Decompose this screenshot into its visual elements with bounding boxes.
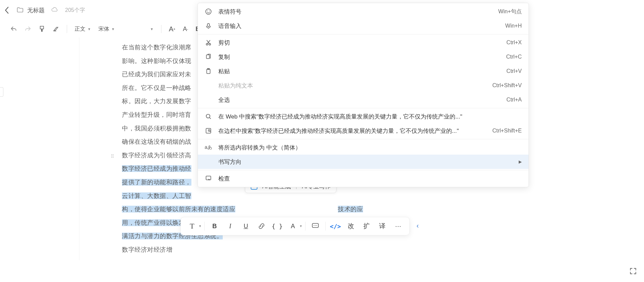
cut-icon xyxy=(205,39,212,46)
font-family-label: 宋体 xyxy=(98,26,109,33)
menu-label: 复制 xyxy=(218,53,500,61)
menu-shortcut: Ctrl+X xyxy=(506,40,522,46)
svg-rect-12 xyxy=(207,69,210,74)
menu-divider xyxy=(198,108,529,108)
emoji-icon xyxy=(205,8,212,15)
ai-expand-button[interactable]: 扩 xyxy=(360,219,374,233)
paragraph-style-select[interactable]: 正文 ▼ xyxy=(75,26,91,33)
menu-shortcut: Ctrl+A xyxy=(506,97,522,103)
body-text: 确保在这场没有硝烟的战 xyxy=(122,138,191,145)
increase-font-button[interactable]: A+ xyxy=(169,25,175,33)
back-button[interactable] xyxy=(3,7,10,14)
menu-label: 剪切 xyxy=(218,39,500,47)
fullscreen-icon[interactable] xyxy=(628,266,638,276)
menu-label: 表情符号 xyxy=(218,8,492,16)
menu-sidebar-search[interactable]: 在边栏中搜索"数字经济已经成为推动经济实现高质量发展的关键力量，它不仅为传统产业… xyxy=(198,124,529,138)
svg-point-4 xyxy=(207,11,208,11)
redo-button[interactable] xyxy=(25,26,31,32)
font-color-button[interactable]: A xyxy=(286,219,300,233)
selected-text: 构，使得企业能够以前所未有的速度适应 xyxy=(122,206,235,213)
menu-label: 检查 xyxy=(218,175,522,183)
menu-paste-plain: 粘贴为纯文本 Ctrl+Shift+V xyxy=(198,78,529,93)
menu-paste[interactable]: 粘贴 Ctrl+V xyxy=(198,64,529,78)
selected-text: 数字经济已经成为推动经 xyxy=(122,165,191,172)
menu-inspect[interactable]: 检查 xyxy=(198,171,529,186)
format-painter-button[interactable] xyxy=(39,26,45,32)
menu-shortcut: Win+H xyxy=(505,23,522,29)
bold-button[interactable]: B xyxy=(207,219,222,233)
chevron-down-icon: ▼ xyxy=(150,27,154,31)
context-menu: 表情符号 Win+句点 语音输入 Win+H 剪切 Ctrl+X 复制 Ctrl… xyxy=(198,3,529,187)
svg-rect-1 xyxy=(41,29,43,32)
selected-text: 云计算、大数据、人工智 xyxy=(122,192,191,199)
code-button[interactable]: </> xyxy=(328,219,343,233)
svg-point-23 xyxy=(316,225,317,226)
body-text: 标。因此，大力发展数字 xyxy=(122,98,191,105)
selected-text: 技术的应 xyxy=(338,206,363,213)
paste-icon xyxy=(205,68,212,75)
more-button[interactable]: ⋯ xyxy=(391,219,405,233)
svg-point-5 xyxy=(209,11,210,11)
svg-rect-0 xyxy=(40,26,44,29)
menu-voice-input[interactable]: 语音输入 Win+H xyxy=(198,19,529,33)
divider xyxy=(161,25,161,33)
text-style-button[interactable]: T xyxy=(185,219,199,233)
menu-shortcut: Ctrl+C xyxy=(506,54,522,60)
microphone-icon xyxy=(205,22,212,29)
link-button[interactable] xyxy=(254,219,269,233)
body-text: 在当前这个数字化浪潮席 xyxy=(122,44,191,51)
svg-point-14 xyxy=(206,114,210,118)
menu-shortcut: Ctrl+Shift+V xyxy=(492,82,522,89)
side-panel-toggle[interactable] xyxy=(0,87,3,97)
menu-shortcut: Ctrl+Shift+E xyxy=(492,128,522,134)
svg-point-17 xyxy=(208,130,210,131)
menu-label: 将所选内容转换为 中文（简体） xyxy=(218,144,522,152)
sidebar-search-icon xyxy=(205,127,212,134)
divider xyxy=(67,25,67,33)
svg-line-18 xyxy=(210,131,210,132)
undo-button[interactable] xyxy=(10,26,17,32)
underline-button[interactable]: U xyxy=(239,219,253,233)
menu-label: 在 Web 中搜索"数字经济已经成为推动经济实现高质量发展的关键力量，它不仅为传… xyxy=(218,113,522,121)
word-count: 205个字 xyxy=(65,7,85,14)
drag-handle-icon[interactable]: ⠿ xyxy=(111,154,114,159)
chevron-down-icon: ▼ xyxy=(111,27,115,31)
menu-writing-direction[interactable]: 书写方向 ▶ xyxy=(198,155,529,169)
body-text: 产业转型升级，同时培育 xyxy=(122,111,191,118)
ai-rewrite-button[interactable]: 改 xyxy=(344,219,358,233)
document-title-group[interactable]: 无标题 xyxy=(16,6,45,14)
menu-divider xyxy=(198,139,529,139)
menu-select-all[interactable]: 全选 Ctrl+A xyxy=(198,93,529,107)
body-text: 所在。它不仅是一种战略 xyxy=(122,84,191,91)
comment-button[interactable] xyxy=(308,219,323,233)
menu-label: 粘贴为纯文本 xyxy=(218,82,486,90)
sync-icon[interactable] xyxy=(51,6,59,14)
font-size-select[interactable]: ▼ xyxy=(150,27,154,31)
menu-label: 语音输入 xyxy=(218,22,499,30)
menu-translate[interactable]: aあ 将所选内容转换为 中文（简体） xyxy=(198,140,529,155)
italic-button[interactable]: I xyxy=(223,219,237,233)
paragraph-style-label: 正文 xyxy=(75,26,85,33)
ai-translate-button[interactable]: 译 xyxy=(375,219,390,233)
copy-icon xyxy=(205,53,212,60)
menu-divider xyxy=(198,34,529,34)
menu-web-search[interactable]: 在 Web 中搜索"数字经济已经成为推动经济实现高质量发展的关键力量，它不仅为传… xyxy=(198,109,529,124)
menu-label: 在边栏中搜索"数字经济已经成为推动经济实现高质量发展的关键力量，它不仅为传统产业… xyxy=(218,127,486,135)
menu-emoji[interactable]: 表情符号 Win+句点 xyxy=(198,4,529,19)
chevron-right-icon: ▶ xyxy=(519,159,522,164)
menu-cut[interactable]: 剪切 Ctrl+X xyxy=(198,35,529,50)
divider xyxy=(325,222,326,231)
collapse-toolbar-button[interactable]: ‹ xyxy=(417,222,419,230)
decrease-font-button[interactable]: A- xyxy=(183,26,188,33)
code-block-button[interactable]: { } xyxy=(270,219,284,233)
divider xyxy=(204,222,205,231)
svg-line-15 xyxy=(210,118,211,119)
body-text: 已经成为我们国家应对未 xyxy=(122,71,191,78)
menu-copy[interactable]: 复制 Ctrl+C xyxy=(198,50,529,64)
svg-point-22 xyxy=(315,225,316,226)
clear-format-button[interactable] xyxy=(52,26,59,32)
menu-shortcut: Ctrl+V xyxy=(506,68,522,74)
font-family-select[interactable]: 宋体 ▼ xyxy=(98,26,115,33)
translate-icon: aあ xyxy=(205,144,212,151)
menu-label: 全选 xyxy=(218,96,500,104)
